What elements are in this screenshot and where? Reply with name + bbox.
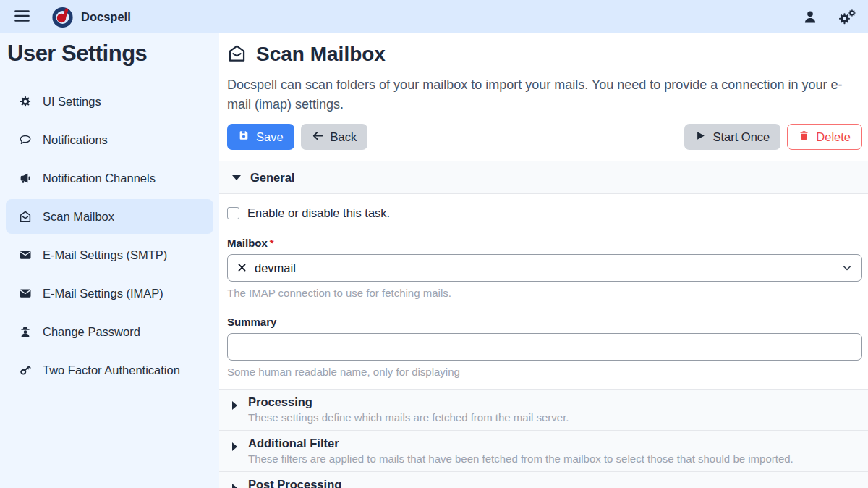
page-title-text: Scan Mailbox (256, 43, 386, 66)
start-once-button-label: Start Once (712, 130, 770, 144)
summary-label: Summary (227, 316, 862, 328)
section-header-post-processing[interactable]: Post Processing (219, 471, 868, 488)
section-additional-filter-description: These filters are applied to mails that … (248, 453, 793, 465)
section-processing-title: Processing (248, 395, 569, 409)
section-header-additional-filter[interactable]: Additional Filter These filters are appl… (219, 430, 868, 471)
comment-icon (18, 133, 32, 146)
page-description: Docspell can scan folders of your mailbo… (227, 75, 861, 114)
mailbox-select-value: devmail (255, 261, 296, 275)
summary-help-text: Some human readable name, only for displ… (227, 366, 862, 378)
collapsed-sections: Processing These settings define which m… (219, 389, 868, 488)
back-button[interactable]: Back (301, 124, 368, 150)
section-processing-description: These settings define which mails are fe… (248, 411, 569, 424)
sidebar-item-notification-channels[interactable]: Notification Channels (6, 161, 213, 195)
start-once-button[interactable]: Start Once (684, 124, 780, 150)
sidebar-item-scan-mailbox[interactable]: Scan Mailbox (6, 199, 213, 234)
caret-right-icon (232, 401, 237, 410)
summary-input[interactable] (227, 333, 862, 361)
section-general-title: General (250, 171, 294, 185)
mailbox-select[interactable]: devmail (227, 254, 862, 282)
play-icon (695, 130, 706, 144)
app-title: Docspell (81, 10, 131, 24)
section-additional-filter-title: Additional Filter (248, 437, 793, 450)
trash-icon (799, 130, 809, 144)
main-panel: Scan Mailbox Docspell can scan folders o… (219, 33, 868, 488)
back-button-label: Back (331, 130, 357, 144)
sidebar-item-email-imap[interactable]: E-Mail Settings (IMAP) (6, 276, 213, 311)
sidebar-heading: User Settings (0, 33, 219, 67)
envelope-icon (18, 287, 32, 300)
sidebar-item-label: UI Settings (43, 95, 101, 109)
enable-task-row: Enable or disable this task. (227, 206, 862, 220)
menu-toggle-button[interactable] (12, 7, 33, 28)
gear-icon (18, 95, 32, 108)
sidebar: User Settings UI Settings (0, 33, 219, 488)
key-icon (18, 363, 32, 376)
section-header-general[interactable]: General (219, 161, 868, 194)
sidebar-item-notifications[interactable]: Notifications (6, 122, 213, 157)
floppy-icon (238, 130, 250, 144)
envelope-open-icon (18, 210, 32, 223)
sidebar-item-change-password[interactable]: Change Password (6, 314, 213, 349)
bars-icon (14, 9, 30, 25)
save-button-label: Save (256, 130, 284, 144)
top-navbar: Docspell (0, 0, 868, 33)
user-account-icon[interactable] (803, 9, 817, 25)
sidebar-item-label: Notifications (43, 133, 108, 147)
docspell-logo[interactable] (51, 6, 74, 28)
mailbox-help-text: The IMAP connection to use for fetching … (227, 287, 862, 299)
summary-field: Summary Some human readable name, only f… (227, 316, 862, 378)
sidebar-item-label: Change Password (43, 325, 140, 339)
megaphone-icon (18, 172, 32, 185)
section-header-processing[interactable]: Processing These settings define which m… (219, 389, 868, 430)
caret-right-icon (232, 484, 237, 488)
enable-task-label: Enable or disable this task. (247, 206, 390, 220)
sidebar-item-label: E-Mail Settings (IMAP) (43, 287, 163, 300)
sidebar-item-label: Scan Mailbox (43, 210, 114, 224)
mailbox-field: Mailbox* devmail The IMAP connection to … (227, 237, 862, 299)
sidebar-item-email-smtp[interactable]: E-Mail Settings (SMTP) (6, 237, 213, 272)
section-post-processing-title: Post Processing (248, 478, 341, 488)
sidebar-item-label: E-Mail Settings (SMTP) (43, 248, 167, 262)
save-button[interactable]: Save (227, 124, 294, 150)
caret-right-icon (232, 442, 237, 451)
sidebar-menu: UI Settings Notifications (0, 84, 219, 387)
sidebar-item-label: Two Factor Authentication (43, 363, 180, 377)
delete-button[interactable]: Delete (787, 124, 862, 150)
envelope-open-icon (227, 43, 247, 66)
mailbox-label: Mailbox* (227, 237, 862, 249)
gears-icon[interactable] (838, 9, 856, 25)
user-secret-icon (18, 325, 32, 338)
sidebar-item-two-factor[interactable]: Two Factor Authentication (6, 353, 213, 387)
toolbar: Save Back Start Once (227, 124, 862, 150)
clear-selection-icon[interactable] (237, 261, 247, 275)
caret-down-icon (232, 175, 241, 180)
enable-task-checkbox[interactable] (227, 207, 239, 219)
sidebar-item-label: Notification Channels (43, 172, 156, 185)
arrow-left-icon (312, 130, 324, 145)
delete-button-label: Delete (816, 130, 851, 144)
envelope-icon (18, 248, 32, 261)
chevron-down-icon (842, 263, 852, 273)
sidebar-item-ui-settings[interactable]: UI Settings (6, 84, 213, 119)
page-title: Scan Mailbox (227, 43, 862, 66)
required-mark: * (270, 237, 274, 249)
